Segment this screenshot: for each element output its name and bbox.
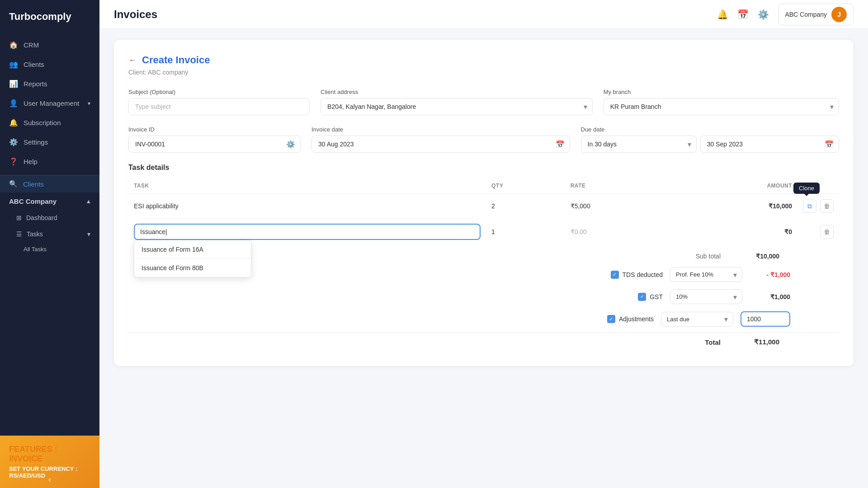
content-area: ← Create Invoice Client: ABC company Sub…	[99, 29, 868, 488]
gst-label: GST	[650, 293, 663, 300]
adj-type-select[interactable]: Last due	[661, 312, 733, 327]
clone-tooltip: Clone	[793, 183, 820, 194]
branch-group: My branch KR Puram Branch ▾	[604, 89, 839, 115]
due-period-select[interactable]: In 30 days	[581, 136, 697, 153]
adj-value-input[interactable]	[741, 311, 790, 327]
dropdown-item-2[interactable]: Issuance of Form 80B	[134, 259, 251, 277]
sidebar-client-section[interactable]: ABC Company ▴	[0, 192, 99, 210]
total-label: Total	[705, 338, 721, 346]
sidebar-label-clients: Clients	[24, 61, 90, 68]
sidebar-item-help[interactable]: ❓ Help	[0, 152, 99, 171]
due-calendar-icon[interactable]: 📅	[825, 140, 834, 149]
gst-checkbox[interactable]: ✓	[638, 293, 646, 301]
subject-input[interactable]	[128, 98, 310, 115]
due-date-input[interactable]	[700, 136, 839, 153]
task-amount-2: ₹0	[672, 218, 797, 245]
create-invoice-card: ← Create Invoice Client: ABC company Sub…	[114, 40, 854, 366]
sidebar-search-clients[interactable]: 🔍 Clients	[0, 175, 99, 192]
sidebar-item-dashboard[interactable]: ⊞ Dashboard	[0, 210, 99, 226]
form-row-1: Subject (Optional) Client address B204, …	[128, 89, 839, 115]
task-name-input[interactable]	[134, 224, 481, 240]
avatar: J	[831, 7, 847, 22]
subject-group: Subject (Optional)	[128, 89, 310, 115]
col-amount: AMOUNT	[672, 178, 797, 194]
calendar-icon[interactable]: 📅	[737, 9, 749, 20]
client-address-label: Client address	[321, 89, 593, 95]
branch-select[interactable]: KR Puram Branch	[604, 98, 839, 115]
task-dropdown: Issuance of Form 16A Issuance of Form 80…	[134, 240, 251, 277]
trash-icon: 🗑	[824, 202, 830, 210]
task-name-1: ESI applicability	[128, 194, 486, 219]
adjustments-row: ✓ Adjustments Last due ▾	[128, 308, 839, 330]
invoice-id-input[interactable]	[128, 136, 301, 153]
sidebar-item-tasks[interactable]: ☰ Tasks ▾	[0, 226, 99, 242]
gst-row: ✓ GST 10% ▾ ₹1,000	[128, 286, 839, 308]
gst-type-select[interactable]: 10%	[670, 289, 742, 304]
invoice-date-group: Invoice date 📅	[311, 126, 570, 153]
sidebar-item-settings[interactable]: ⚙️ Settings	[0, 132, 99, 152]
tasks-icon: ☰	[16, 230, 22, 238]
invoice-date-wrapper: 📅	[311, 136, 570, 153]
collapse-arrow-icon[interactable]: ‹	[48, 475, 51, 484]
calendar-date-icon[interactable]: 📅	[556, 140, 565, 149]
company-selector[interactable]: ABC Company J	[778, 4, 854, 25]
dropdown-item-1[interactable]: Issuance of Form 16A	[134, 240, 251, 259]
tds-label: TDS deducted	[623, 271, 663, 278]
sidebar-label-crm: CRM	[24, 41, 90, 49]
delete-button-1[interactable]: 🗑	[820, 199, 834, 213]
sidebar-item-reports[interactable]: 📊 Reports	[0, 74, 99, 94]
due-date-group: Due date In 30 days ▾ 📅	[581, 126, 840, 153]
clients-icon: 👥	[9, 60, 18, 69]
sidebar-item-clients[interactable]: 👥 Clients	[0, 55, 99, 74]
settings-icon: ⚙️	[9, 138, 18, 146]
task-actions-2: 🗑	[797, 218, 839, 245]
subtotal-label: Sub total	[696, 253, 721, 260]
task-rate-2: ₹0.00	[565, 218, 672, 245]
sidebar-item-all-tasks[interactable]: All Tasks	[0, 242, 99, 256]
branch-select-wrapper: KR Puram Branch ▾	[604, 98, 839, 115]
clone-icon: ⧉	[807, 202, 812, 210]
adj-checkbox-label: ✓ Adjustments	[607, 315, 654, 323]
tasks-chevron-icon: ▾	[87, 230, 90, 238]
table-row: ESI applicability 2 ₹5,000 ₹10,000 ⧉ Clo…	[128, 194, 839, 219]
gear-icon[interactable]: ⚙️	[758, 9, 769, 20]
invoice-id-wrapper: ⚙️	[128, 136, 301, 153]
sidebar-label-dashboard: Dashboard	[26, 214, 57, 221]
back-button[interactable]: ←	[128, 56, 137, 65]
sidebar-label-reports: Reports	[24, 80, 90, 88]
sidebar-label-subscription: Subscription	[24, 119, 90, 127]
page-header: Invoices 🔔 📅 ⚙️ ABC Company J	[99, 0, 868, 29]
sidebar-item-crm[interactable]: 🏠 CRM	[0, 35, 99, 55]
sidebar-label-help: Help	[24, 158, 90, 165]
task-qty-1: 2	[486, 194, 565, 219]
subject-label: Subject (Optional)	[128, 89, 310, 95]
task-table-header: TASK QTY RATE AMOUNT	[128, 178, 839, 194]
task-details-title: Task details	[128, 164, 839, 172]
settings-gear-icon[interactable]: ⚙️	[286, 140, 295, 149]
adj-type-wrapper: Last due ▾	[661, 312, 733, 327]
header-actions: 🔔 📅 ⚙️ ABC Company J	[717, 4, 854, 25]
client-address-select[interactable]: B204, Kalyan Nagar, Bangalore	[321, 98, 593, 115]
col-rate: RATE	[565, 178, 672, 194]
clone-button-1[interactable]: ⧉ Clone	[803, 199, 816, 213]
total-value: ₹11,000	[739, 338, 779, 346]
back-header: ← Create Invoice	[128, 54, 839, 66]
notification-icon[interactable]: 🔔	[717, 9, 728, 20]
sidebar-item-subscription[interactable]: 🔔 Subscription	[0, 113, 99, 132]
invoice-id-label: Invoice ID	[128, 126, 301, 133]
sidebar-label-tasks: Tasks	[27, 230, 43, 238]
tds-checkbox[interactable]: ✓	[611, 271, 619, 279]
delete-button-2[interactable]: 🗑	[820, 225, 834, 239]
dashboard-icon: ⊞	[16, 214, 22, 221]
company-name: ABC Company	[785, 11, 827, 18]
form-row-2: Invoice ID ⚙️ Invoice date 📅 Due date	[128, 126, 839, 153]
client-subtitle: Client: ABC company	[128, 69, 839, 76]
tds-type-select[interactable]: Prof. Fee 10%	[670, 267, 742, 282]
invoice-id-group: Invoice ID ⚙️	[128, 126, 301, 153]
adj-checkbox[interactable]: ✓	[607, 315, 615, 323]
invoice-date-input[interactable]	[311, 136, 570, 153]
col-qty: QTY	[486, 178, 565, 194]
sidebar-item-user-management[interactable]: 👤 User Management ▾	[0, 94, 99, 113]
sidebar-search-label: Clients	[23, 180, 44, 188]
invoice-date-label: Invoice date	[311, 126, 570, 133]
